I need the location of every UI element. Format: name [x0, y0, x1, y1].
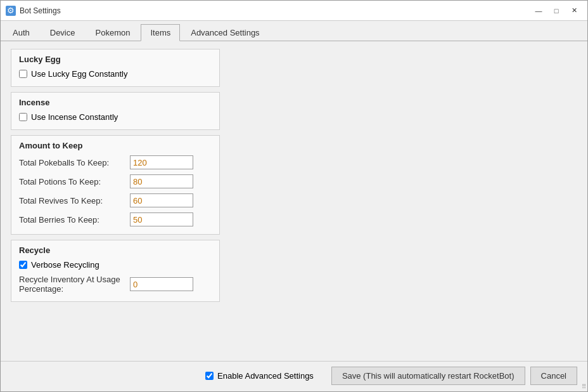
amount-to-keep-section: Amount to Keep Total Pokeballs To Keep: … [11, 135, 220, 235]
recycle-section: Recycle Verbose Recycling Recycle Invent… [11, 240, 220, 302]
lucky-egg-label: Use Lucky Egg Constantly [31, 69, 127, 79]
berries-row: Total Berries To Keep: [19, 212, 212, 226]
footer: Enable Advanced Settings Save (This will… [1, 361, 587, 391]
recycle-percentage-label: Recycle Inventory At Usage Percentage: [19, 275, 130, 294]
lucky-egg-section: Lucky Egg Use Lucky Egg Constantly [11, 49, 220, 87]
app-icon: ⚙ [6, 6, 16, 16]
recycle-title: Recycle [19, 245, 212, 255]
berries-label: Total Berries To Keep: [19, 215, 130, 225]
pokeballs-row: Total Pokeballs To Keep: [19, 155, 212, 169]
title-bar: ⚙ Bot Settings — □ ✕ [1, 1, 587, 21]
revives-input[interactable] [130, 193, 193, 207]
close-button[interactable]: ✕ [566, 4, 582, 17]
potions-row: Total Potions To Keep: [19, 174, 212, 188]
pokeballs-input[interactable] [130, 155, 193, 169]
content-area: Lucky Egg Use Lucky Egg Constantly Incen… [1, 41, 587, 361]
minimize-button[interactable]: — [530, 4, 547, 17]
recycle-percentage-row: Recycle Inventory At Usage Percentage: [19, 275, 212, 294]
incense-label: Use Incense Constantly [31, 112, 118, 122]
enable-advanced-row: Enable Advanced Settings [205, 371, 314, 381]
pokeballs-label: Total Pokeballs To Keep: [19, 158, 130, 167]
amount-to-keep-title: Amount to Keep [19, 141, 212, 150]
berries-input[interactable] [130, 212, 193, 226]
potions-label: Total Potions To Keep: [19, 177, 130, 186]
save-button[interactable]: Save (This will automatically restart Ro… [331, 367, 525, 385]
verbose-recycling-label: Verbose Recycling [31, 260, 99, 270]
incense-row: Use Incense Constantly [19, 112, 212, 122]
lucky-egg-row: Use Lucky Egg Constantly [19, 69, 212, 79]
title-bar-controls: — □ ✕ [530, 4, 582, 17]
revives-row: Total Revives To Keep: [19, 193, 212, 207]
maximize-button[interactable]: □ [548, 4, 565, 17]
title-bar-left: ⚙ Bot Settings [6, 6, 61, 16]
bot-settings-window: ⚙ Bot Settings — □ ✕ Auth Device Pokemon… [0, 0, 588, 392]
verbose-recycling-checkbox[interactable] [19, 261, 27, 269]
tab-items[interactable]: Items [141, 24, 180, 41]
enable-advanced-label: Enable Advanced Settings [217, 371, 314, 381]
cancel-button[interactable]: Cancel [530, 367, 577, 385]
verbose-recycling-row: Verbose Recycling [19, 260, 212, 270]
tab-device[interactable]: Device [41, 24, 85, 41]
potions-input[interactable] [130, 174, 193, 188]
lucky-egg-checkbox[interactable] [19, 70, 27, 78]
tab-bar: Auth Device Pokemon Items Advanced Setti… [1, 21, 587, 41]
window-title: Bot Settings [20, 6, 61, 15]
incense-title: Incense [19, 98, 212, 107]
tab-auth[interactable]: Auth [3, 24, 39, 41]
lucky-egg-title: Lucky Egg [19, 55, 212, 64]
resize-grip: ⠿ [582, 383, 586, 390]
tab-pokemon[interactable]: Pokemon [86, 24, 140, 41]
enable-advanced-checkbox[interactable] [205, 372, 214, 380]
revives-label: Total Revives To Keep: [19, 196, 130, 206]
recycle-percentage-input[interactable] [130, 277, 193, 291]
tab-advanced-settings[interactable]: Advanced Settings [181, 24, 269, 41]
incense-checkbox[interactable] [19, 113, 27, 121]
incense-section: Incense Use Incense Constantly [11, 92, 220, 130]
